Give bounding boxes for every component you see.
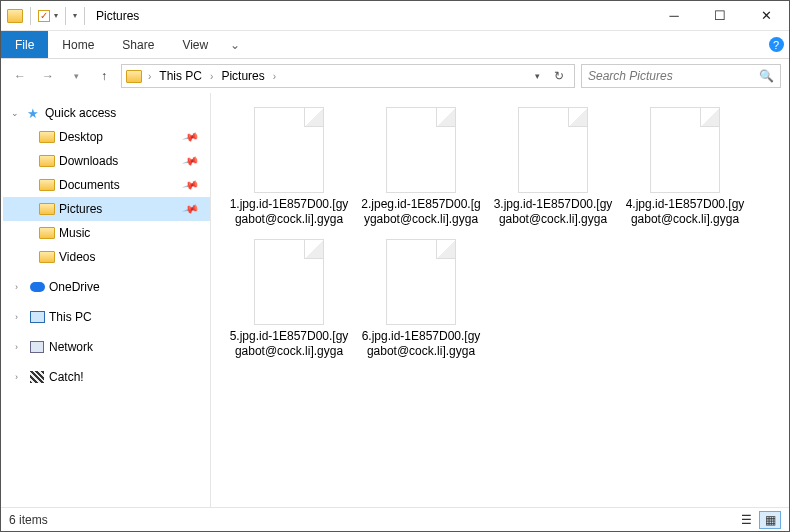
- root-icon: [29, 340, 45, 354]
- root-icon: [29, 280, 45, 294]
- ribbon: File Home Share View ⌄ ?: [1, 31, 789, 59]
- chevron-right-icon[interactable]: ›: [15, 372, 25, 382]
- qat: ✓ ▾ ▾: [1, 7, 88, 25]
- sidebar-item-documents[interactable]: Documents📌: [3, 173, 210, 197]
- file-icon: [386, 239, 456, 325]
- minimize-button[interactable]: ─: [651, 1, 697, 31]
- search-input[interactable]: Search Pictures 🔍: [581, 64, 781, 88]
- file-icon: [254, 239, 324, 325]
- file-item[interactable]: 5.jpg.id-1E857D00.[gygabot@cock.li].gyga: [227, 239, 351, 359]
- sidebar-item-pictures[interactable]: Pictures📌: [3, 197, 210, 221]
- help-icon: ?: [769, 37, 784, 52]
- catch-icon: [30, 371, 44, 383]
- navigation-pane[interactable]: ⌄ ★ Quick access Desktop📌Downloads📌Docum…: [1, 93, 211, 507]
- file-icon: [254, 107, 324, 193]
- sidebar-item-catch[interactable]: ›Catch!: [3, 365, 210, 389]
- file-name: 4.jpg.id-1E857D00.[gygabot@cock.li].gyga: [623, 197, 747, 227]
- items-view[interactable]: 1.jpg.id-1E857D00.[gygabot@cock.li].gyga…: [211, 93, 789, 507]
- address-dropdown-icon[interactable]: ▾: [526, 65, 548, 87]
- chevron-down-icon[interactable]: ⌄: [11, 108, 21, 118]
- sidebar-item-label: Music: [59, 226, 90, 240]
- address-bar[interactable]: › This PC › Pictures › ▾ ↻: [121, 64, 575, 88]
- pin-icon: 📌: [182, 176, 201, 194]
- file-item[interactable]: 2.jpeg.id-1E857D00.[gygabot@cock.li].gyg…: [359, 107, 483, 227]
- chevron-right-icon[interactable]: ›: [208, 71, 215, 82]
- file-name: 6.jpg.id-1E857D00.[gygabot@cock.li].gyga: [359, 329, 483, 359]
- file-name: 3.jpg.id-1E857D00.[gygabot@cock.li].gyga: [491, 197, 615, 227]
- details-view-icon: ☰: [741, 513, 752, 527]
- sidebar-item-label: Network: [49, 340, 93, 354]
- folder-icon: [39, 202, 55, 216]
- navigation-bar: ← → ▾ ↑ › This PC › Pictures › ▾ ↻ Searc…: [1, 59, 789, 93]
- title-bar: ✓ ▾ ▾ Pictures ─ ☐ ✕: [1, 1, 789, 31]
- close-button[interactable]: ✕: [743, 1, 789, 31]
- file-name: 5.jpg.id-1E857D00.[gygabot@cock.li].gyga: [227, 329, 351, 359]
- file-item[interactable]: 6.jpg.id-1E857D00.[gygabot@cock.li].gyga: [359, 239, 483, 359]
- sidebar-quick-access[interactable]: ⌄ ★ Quick access: [3, 101, 210, 125]
- chevron-right-icon[interactable]: ›: [15, 342, 25, 352]
- file-item[interactable]: 4.jpg.id-1E857D00.[gygabot@cock.li].gyga: [623, 107, 747, 227]
- file-item[interactable]: 3.jpg.id-1E857D00.[gygabot@cock.li].gyga: [491, 107, 615, 227]
- status-bar: 6 items ☰ ▦: [1, 507, 789, 531]
- sidebar-item-label: Desktop: [59, 130, 103, 144]
- chevron-right-icon[interactable]: ›: [271, 71, 278, 82]
- explorer-window: ✓ ▾ ▾ Pictures ─ ☐ ✕ File Home Share Vie…: [0, 0, 790, 532]
- tab-share[interactable]: Share: [108, 31, 168, 58]
- breadcrumb-thispc[interactable]: This PC: [155, 69, 206, 83]
- sidebar-item-label: Documents: [59, 178, 120, 192]
- sidebar-item-thispc[interactable]: ›This PC: [3, 305, 210, 329]
- search-placeholder: Search Pictures: [588, 69, 673, 83]
- up-button[interactable]: ↑: [93, 65, 115, 87]
- search-icon: 🔍: [759, 69, 774, 83]
- chevron-right-icon[interactable]: ›: [15, 312, 25, 322]
- breadcrumb-pictures[interactable]: Pictures: [217, 69, 268, 83]
- file-icon: [518, 107, 588, 193]
- maximize-button[interactable]: ☐: [697, 1, 743, 31]
- file-icon: [650, 107, 720, 193]
- tab-view[interactable]: View: [168, 31, 222, 58]
- folder-icon: [7, 9, 23, 23]
- onedrive-icon: [30, 282, 45, 292]
- content-area: ⌄ ★ Quick access Desktop📌Downloads📌Docum…: [1, 93, 789, 507]
- large-icons-view-button[interactable]: ▦: [759, 511, 781, 529]
- sidebar-item-videos[interactable]: Videos: [3, 245, 210, 269]
- qat-divider: [30, 7, 31, 25]
- forward-button[interactable]: →: [37, 65, 59, 87]
- quick-access-icon: ★: [25, 106, 41, 120]
- details-view-button[interactable]: ☰: [735, 511, 757, 529]
- network-icon: [30, 341, 44, 353]
- sidebar-item-label: Pictures: [59, 202, 102, 216]
- help-button[interactable]: ?: [763, 31, 789, 58]
- sidebar-item-onedrive[interactable]: ›OneDrive: [3, 275, 210, 299]
- status-count: 6 items: [9, 513, 48, 527]
- sidebar-item-music[interactable]: Music: [3, 221, 210, 245]
- chevron-right-icon[interactable]: ›: [15, 282, 25, 292]
- recent-locations-icon[interactable]: ▾: [65, 65, 87, 87]
- ribbon-expand-icon[interactable]: ⌄: [222, 31, 248, 58]
- chevron-right-icon[interactable]: ›: [146, 71, 153, 82]
- file-tab[interactable]: File: [1, 31, 48, 58]
- sidebar-item-downloads[interactable]: Downloads📌: [3, 149, 210, 173]
- refresh-icon[interactable]: ↻: [548, 65, 570, 87]
- file-item[interactable]: 1.jpg.id-1E857D00.[gygabot@cock.li].gyga: [227, 107, 351, 227]
- root-icon: [29, 310, 45, 324]
- file-name: 1.jpg.id-1E857D00.[gygabot@cock.li].gyga: [227, 197, 351, 227]
- sidebar-item-label: Downloads: [59, 154, 118, 168]
- properties-qat-icon[interactable]: ✓: [38, 10, 50, 22]
- sidebar-item-desktop[interactable]: Desktop📌: [3, 125, 210, 149]
- file-name: 2.jpeg.id-1E857D00.[gygabot@cock.li].gyg…: [359, 197, 483, 227]
- view-switcher: ☰ ▦: [735, 511, 781, 529]
- folder-icon: [39, 178, 55, 192]
- file-icon: [386, 107, 456, 193]
- back-button[interactable]: ←: [9, 65, 31, 87]
- tab-home[interactable]: Home: [48, 31, 108, 58]
- folder-icon: [39, 154, 55, 168]
- sidebar-item-network[interactable]: ›Network: [3, 335, 210, 359]
- sidebar-item-label: Catch!: [49, 370, 84, 384]
- folder-icon: [39, 130, 55, 144]
- pin-icon: 📌: [182, 200, 201, 218]
- qat-divider-2: [65, 7, 66, 25]
- qat-dropdown-icon[interactable]: ▾: [54, 11, 58, 20]
- qat-customize-icon[interactable]: ▾: [73, 11, 77, 20]
- thispc-icon: [30, 311, 45, 323]
